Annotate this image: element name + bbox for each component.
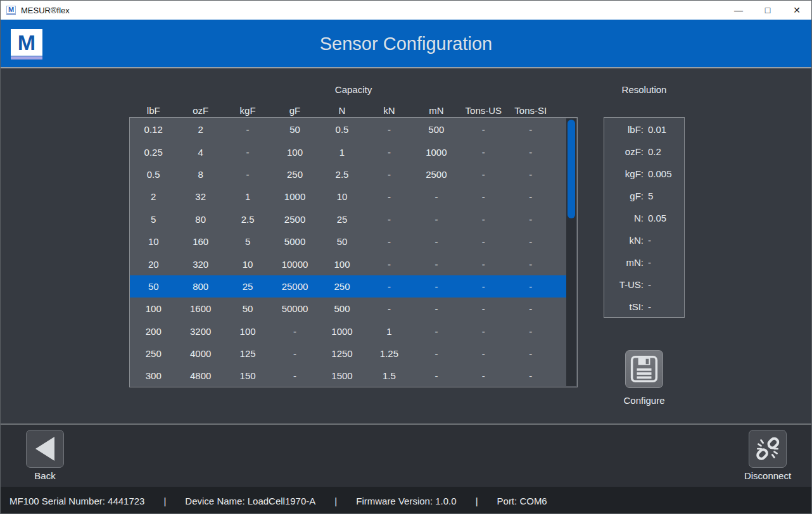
page-title: Sensor Configuration (1, 20, 811, 68)
table-row-selected[interactable]: 508002525000250---- (130, 275, 566, 298)
table-cell: - (460, 303, 507, 314)
title-bar: M MESUR®flex — □ ✕ (1, 1, 811, 20)
table-cell: - (460, 326, 507, 337)
table-cell: - (460, 147, 507, 158)
table-row[interactable]: 5802.5250025---- (130, 208, 566, 230)
table-cell: 32 (177, 191, 224, 202)
table-cell: 10000 (271, 259, 318, 270)
status-item: Device Name: LoadCell1970-A (185, 496, 315, 506)
table-cell: - (460, 214, 507, 225)
back-button[interactable] (26, 430, 64, 468)
table-cell: 100 (319, 259, 365, 270)
table-cell: 1500 (319, 370, 365, 381)
table-row[interactable]: 0.58-2502.5-2500-- (130, 163, 566, 185)
column-header-gF: gF (271, 105, 318, 116)
resolution-value: - (648, 257, 651, 268)
table-cell: - (413, 303, 460, 314)
column-header-N: N (319, 105, 365, 116)
table-cell: - (365, 236, 412, 247)
bottom-bar: Back Disconnect (1, 423, 811, 487)
configure-button[interactable] (625, 350, 663, 388)
table-cell: - (365, 303, 412, 314)
back-label: Back (7, 470, 83, 481)
close-button[interactable]: ✕ (782, 1, 811, 20)
table-cell: 10 (130, 236, 177, 247)
table-cell: 2.5 (319, 169, 365, 180)
column-header-kgF: kgF (224, 105, 271, 116)
table-cell: 1250 (319, 348, 365, 359)
table-cell: 5 (224, 236, 271, 247)
table-cell: 50000 (271, 303, 318, 314)
table-row[interactable]: 203201010000100---- (130, 253, 566, 275)
column-header-Tons-SI: Tons-SI (507, 105, 554, 116)
table-cell: 0.12 (130, 124, 177, 135)
table-row[interactable]: 0.122-500.5-500-- (130, 118, 566, 141)
table-cell: - (365, 191, 412, 202)
table-cell: 100 (224, 326, 271, 337)
table-cell: - (413, 236, 460, 247)
table-cell: - (460, 259, 507, 270)
table-cell: 200 (130, 326, 177, 337)
table-row[interactable]: 0.254-1001-1000-- (130, 141, 566, 163)
table-cell: - (224, 169, 271, 180)
table-cell: - (365, 281, 412, 292)
table-row[interactable]: 101605500050---- (130, 230, 566, 253)
resolution-unit-label: ozF: (604, 146, 644, 157)
table-cell: - (413, 348, 460, 359)
table-cell: 1600 (177, 303, 224, 314)
table-cell: - (507, 191, 554, 202)
table-row[interactable]: 2504000125-12501.25--- (130, 342, 566, 365)
table-cell: - (460, 370, 507, 381)
table-cell: 25 (319, 214, 365, 225)
resolution-item: lbF:0.01 (604, 118, 684, 141)
capacity-section-title: Capacity (129, 84, 578, 95)
table-cell: - (507, 124, 554, 135)
table-cell: - (413, 259, 460, 270)
table-cell: 2500 (271, 214, 318, 225)
resolution-value: 0.05 (648, 213, 666, 223)
column-header-ozF: ozF (177, 105, 224, 116)
scrollbar-thumb[interactable] (568, 120, 575, 218)
table-cell: - (507, 326, 554, 337)
capacity-table[interactable]: 0.122-500.5-500--0.254-1001-1000--0.58-2… (129, 117, 578, 387)
resolution-value: 0.2 (648, 146, 661, 157)
table-cell: 1.5 (365, 370, 412, 381)
table-cell: - (507, 303, 554, 314)
table-cell: 800 (177, 281, 224, 292)
table-cell: 0.5 (319, 124, 365, 135)
table-cell: 1000 (271, 191, 318, 202)
status-item: Firmware Version: 1.0.0 (356, 496, 456, 506)
table-row[interactable]: 10016005050000500---- (130, 298, 566, 320)
table-cell: 2 (177, 124, 224, 135)
app-header: Sensor Configuration M (1, 20, 811, 68)
resolution-unit-label: N: (604, 213, 644, 223)
table-cell: - (271, 326, 318, 337)
resolution-item: kgF:0.005 (604, 163, 684, 185)
status-separator: | (334, 496, 337, 506)
column-header-kN: kN (365, 105, 412, 116)
maximize-button[interactable]: □ (753, 1, 782, 20)
table-cell: - (507, 281, 554, 292)
table-cell: 2 (130, 191, 177, 202)
table-scrollbar[interactable] (566, 118, 576, 386)
table-cell: - (365, 169, 412, 180)
table-cell: - (507, 214, 554, 225)
table-cell: - (413, 214, 460, 225)
resolution-unit-label: gF: (604, 191, 644, 201)
table-row[interactable]: 2003200100-10001--- (130, 320, 566, 342)
table-cell: 125 (224, 348, 271, 359)
resolution-item: gF:5 (604, 185, 684, 207)
resolution-unit-label: mN: (604, 257, 644, 268)
table-row[interactable]: 2321100010---- (130, 185, 566, 208)
minimize-button[interactable]: — (724, 1, 753, 20)
table-cell: - (271, 370, 318, 381)
resolution-panel: lbF:0.01ozF:0.2kgF:0.005gF:5N:0.05kN:-mN… (604, 117, 685, 318)
resolution-value: - (648, 279, 651, 290)
table-cell: - (507, 236, 554, 247)
mesur-logo: M (11, 29, 42, 60)
table-cell: - (460, 236, 507, 247)
table-row[interactable]: 3004800150-15001.5--- (130, 365, 566, 387)
table-cell: 25 (224, 281, 271, 292)
disconnect-button[interactable] (749, 430, 787, 468)
table-cell: - (507, 169, 554, 180)
